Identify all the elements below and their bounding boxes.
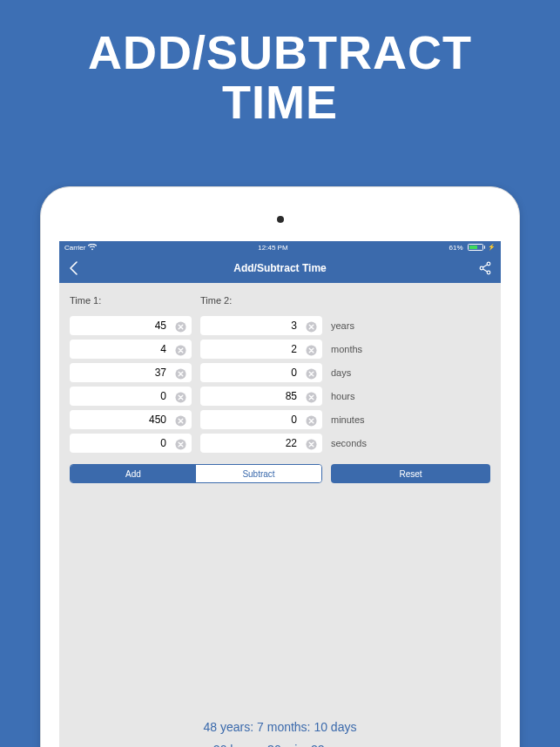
hero-title: ADD/SUBTRACT TIME (0, 0, 560, 126)
result-line1: 48 years: 7 months: 10 days (59, 720, 501, 734)
clear-icon[interactable] (306, 438, 317, 449)
clear-icon[interactable] (175, 344, 186, 355)
unit-hours: hours (331, 387, 490, 406)
time1-days-field[interactable]: 37 (70, 363, 192, 382)
time2-months-field[interactable]: 2 (200, 340, 322, 359)
hero-line1: ADD/SUBTRACT (0, 28, 560, 77)
units-column: years months days hours minutes seconds (331, 295, 490, 457)
camera-dot (277, 216, 284, 223)
time1-years-field[interactable]: 45 (70, 316, 192, 335)
time1-minutes-value: 450 (70, 414, 175, 426)
time2-header: Time 2: (200, 295, 322, 311)
share-icon[interactable] (478, 261, 492, 275)
back-icon[interactable] (68, 260, 78, 276)
time2-hours-field[interactable]: 85 (200, 387, 322, 406)
unit-days: days (331, 363, 490, 382)
battery-pct: 61% (449, 244, 462, 252)
unit-years: years (331, 316, 490, 335)
time2-seconds-value: 22 (200, 437, 306, 449)
results-area: 48 years: 7 months: 10 days 20 hours: 30… (59, 711, 501, 747)
time1-seconds-value: 0 (70, 437, 175, 449)
clear-icon[interactable] (175, 320, 186, 332)
nav-bar: Add/Subtract Time (59, 253, 501, 283)
clear-icon[interactable] (306, 391, 317, 402)
time1-minutes-field[interactable]: 450 (70, 410, 192, 429)
time2-hours-value: 85 (200, 390, 306, 402)
unit-minutes: minutes (331, 410, 490, 429)
add-subtract-segment: Add Subtract (70, 464, 322, 483)
time2-years-value: 3 (200, 320, 306, 332)
svg-point-0 (487, 262, 490, 266)
unit-months: months (331, 340, 490, 359)
reset-button[interactable]: Reset (331, 464, 490, 483)
clear-icon[interactable] (175, 367, 186, 379)
add-button[interactable]: Add (71, 465, 196, 482)
status-bar: Carrier 12:45 PM 61% ⚡ (59, 241, 501, 253)
time2-minutes-field[interactable]: 0 (200, 410, 322, 429)
time2-months-value: 2 (200, 343, 306, 355)
result-line2: 20 hours: 30 min: 22 sec (59, 743, 501, 747)
clear-icon[interactable] (306, 344, 317, 355)
subtract-button[interactable]: Subtract (196, 465, 321, 482)
hero-line2: TIME (0, 77, 560, 127)
charging-icon: ⚡ (488, 244, 496, 251)
wifi-icon (88, 244, 97, 251)
nav-title: Add/Subtract Time (233, 262, 326, 274)
screen: Carrier 12:45 PM 61% ⚡ Add/Subtract Time (59, 241, 501, 747)
time1-hours-field[interactable]: 0 (70, 387, 192, 406)
time2-years-field[interactable]: 3 (200, 316, 322, 335)
time2-days-value: 0 (200, 367, 306, 379)
time2-seconds-field[interactable]: 22 (200, 434, 322, 453)
time2-days-field[interactable]: 0 (200, 363, 322, 382)
carrier-label: Carrier (64, 244, 85, 252)
unit-seconds: seconds (331, 434, 490, 453)
button-row: Add Subtract Reset (70, 464, 490, 483)
clear-icon[interactable] (306, 414, 317, 426)
clear-icon[interactable] (175, 391, 186, 402)
svg-point-1 (480, 266, 483, 270)
content-area: Time 1: 45 4 37 0 450 0 Time 2: 3 2 0 85… (59, 283, 501, 483)
time1-seconds-field[interactable]: 0 (70, 434, 192, 453)
tablet-frame: Carrier 12:45 PM 61% ⚡ Add/Subtract Time (40, 186, 520, 747)
clear-icon[interactable] (306, 367, 317, 379)
time2-minutes-value: 0 (200, 414, 306, 426)
time1-days-value: 37 (70, 367, 175, 379)
time2-column: Time 2: 3 2 0 85 0 22 (200, 295, 322, 457)
clear-icon[interactable] (306, 320, 317, 332)
time1-months-value: 4 (70, 343, 175, 355)
clear-icon[interactable] (175, 438, 186, 449)
time1-column: Time 1: 45 4 37 0 450 0 (70, 295, 192, 457)
time1-years-value: 45 (70, 320, 175, 332)
clear-icon[interactable] (175, 414, 186, 426)
time1-header: Time 1: (70, 295, 192, 311)
status-right: 61% ⚡ (449, 244, 496, 252)
svg-point-2 (487, 271, 490, 274)
time1-months-field[interactable]: 4 (70, 340, 192, 359)
status-left: Carrier (64, 244, 97, 252)
status-time: 12:45 PM (258, 244, 287, 252)
battery-icon (466, 244, 486, 251)
time1-hours-value: 0 (70, 390, 175, 402)
